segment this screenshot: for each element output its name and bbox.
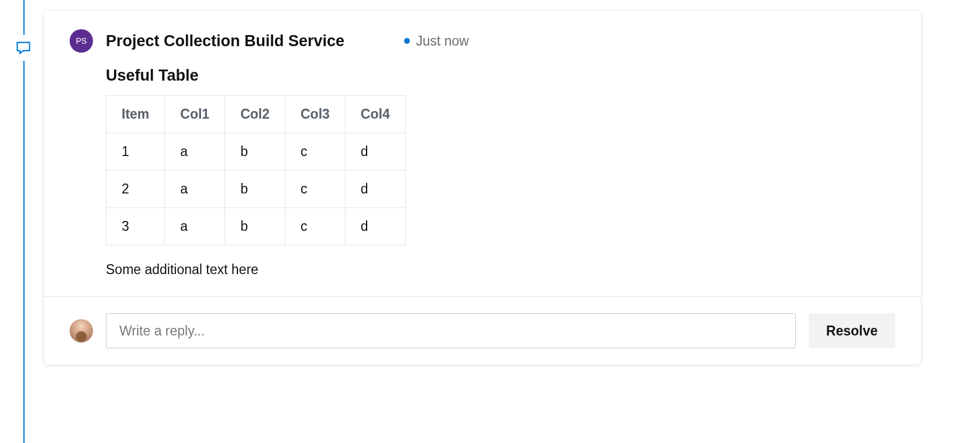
avatar[interactable]: PS [70, 29, 93, 53]
table-row: 1 a b c d [106, 133, 406, 171]
table-cell: b [225, 171, 285, 208]
timestamp-group: Just now [404, 33, 469, 49]
table-row: 2 a b c d [106, 171, 406, 208]
new-indicator-dot-icon [404, 38, 410, 44]
table-cell: b [225, 133, 285, 171]
speech-bubble-icon [15, 40, 32, 56]
table-cell: a [165, 171, 225, 208]
reply-input[interactable] [106, 313, 796, 348]
table-row: 3 a b c d [106, 208, 406, 245]
comment-content: Useful Table Item Col1 Col2 Col3 Col4 1 … [70, 67, 895, 278]
comment-header: PS Project Collection Build Service Just… [70, 29, 895, 53]
table-cell: c [285, 208, 345, 245]
comment-body: PS Project Collection Build Service Just… [44, 11, 921, 296]
table-header: Col3 [285, 96, 345, 133]
table-cell: a [165, 208, 225, 245]
current-user-avatar[interactable] [70, 319, 93, 342]
comment-additional-text: Some additional text here [106, 262, 895, 278]
table-header-row: Item Col1 Col2 Col3 Col4 [106, 96, 406, 133]
comment-thread-icon [11, 35, 36, 61]
table-cell: a [165, 133, 225, 171]
table-header: Col4 [345, 96, 405, 133]
table-cell: 2 [106, 171, 165, 208]
comment-card: PS Project Collection Build Service Just… [44, 11, 921, 365]
thread-line [23, 0, 25, 443]
table-cell: b [225, 208, 285, 245]
table-header: Col2 [225, 96, 285, 133]
resolve-button[interactable]: Resolve [809, 313, 895, 348]
table-header: Item [106, 96, 165, 133]
author-name[interactable]: Project Collection Build Service [106, 32, 344, 50]
comment-title: Useful Table [106, 67, 895, 85]
timestamp: Just now [416, 33, 469, 49]
data-table: Item Col1 Col2 Col3 Col4 1 a b c d [106, 95, 406, 245]
table-cell: d [345, 208, 405, 245]
table-cell: d [345, 133, 405, 171]
table-cell: 1 [106, 133, 165, 171]
table-header: Col1 [165, 96, 225, 133]
table-cell: d [345, 171, 405, 208]
table-cell: c [285, 133, 345, 171]
table-cell: c [285, 171, 345, 208]
table-cell: 3 [106, 208, 165, 245]
reply-bar: Resolve [44, 296, 921, 365]
